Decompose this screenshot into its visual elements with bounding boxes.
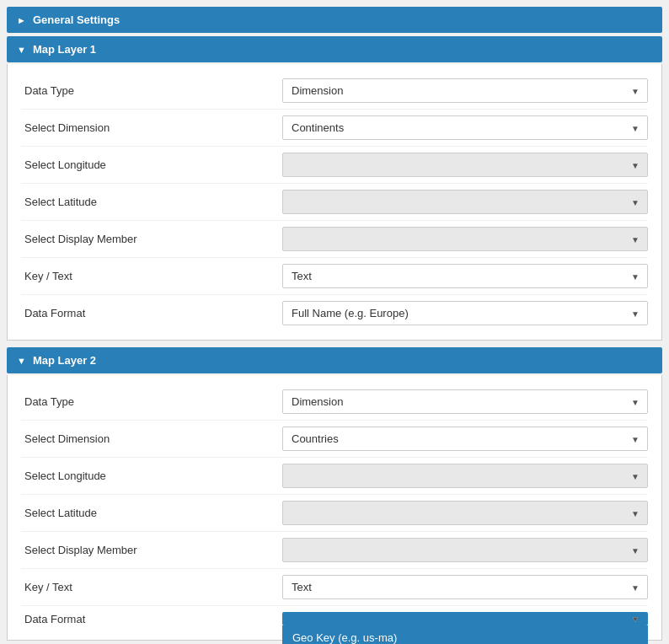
map-layer-1-display-member-wrapper	[282, 227, 648, 251]
map-layer-1-dimension-select[interactable]: Continents	[282, 115, 648, 140]
map-layer-2-latitude-wrapper	[282, 501, 648, 525]
map-layer-2-dimension-select[interactable]: Countries	[282, 427, 648, 451]
map-layer-2-chevron-icon: ▼	[17, 356, 26, 366]
map-layer-1-latitude-label: Select Latitude	[21, 196, 282, 208]
map-layer-2-key-text-wrapper: Text	[282, 575, 648, 599]
map-layer-2-latitude-row: Select Latitude	[21, 495, 648, 532]
dropdown-option-0[interactable]: Geo Key (e.g. us-ma)	[284, 627, 646, 644]
map-layer-1-display-member-control	[282, 227, 648, 251]
map-layer-2-dimension-control: Countries	[282, 427, 648, 451]
map-layer-2-dimension-row: Select Dimension Countries	[21, 421, 648, 458]
map-layer-2-label: Map Layer 2	[33, 354, 96, 367]
map-layer-1-display-member-select[interactable]	[282, 227, 648, 251]
map-layer-1-data-format-select[interactable]: Full Name (e.g. Europe)	[282, 301, 648, 325]
map-layer-1-latitude-row: Select Latitude	[21, 184, 648, 221]
map-layer-2-longitude-label: Select Longitude	[21, 470, 282, 482]
map-layer-2-data-format-dropdown: Geo Key (e.g. us-ma)Postal Code (e.g. MA…	[282, 625, 648, 644]
map-layer-2-key-text-row: Key / Text Text	[21, 569, 648, 606]
map-layer-1-data-format-control: Full Name (e.g. Europe)	[282, 301, 648, 325]
map-layer-2-key-text-control: Text	[282, 575, 648, 599]
map-layer-2-latitude-control	[282, 501, 648, 525]
map-layer-2-dimension-wrapper: Countries	[282, 427, 648, 451]
map-layer-1-display-member-label: Select Display Member	[21, 233, 282, 245]
map-layer-2-data-type-label: Data Type	[21, 395, 282, 408]
map-layer-1-longitude-wrapper	[282, 153, 648, 177]
map-layer-1-data-format-row: Data Format Full Name (e.g. Europe)	[21, 295, 648, 331]
map-layer-1-latitude-select[interactable]	[282, 190, 648, 214]
general-settings-label: General Settings	[33, 13, 120, 26]
map-layer-1-dimension-row: Select Dimension Continents	[21, 110, 648, 147]
map-layer-2-header[interactable]: ▼ Map Layer 2	[7, 347, 662, 373]
map-layer-2-data-type-row: Data Type Dimension	[21, 384, 648, 421]
map-layer-2-display-member-label: Select Display Member	[21, 544, 282, 556]
map-layer-1-dimension-control: Continents	[282, 115, 648, 140]
map-layer-1-key-text-select[interactable]: Text	[282, 264, 648, 288]
map-layer-1-dimension-wrapper: Continents	[282, 115, 648, 140]
map-layer-2-longitude-row: Select Longitude	[21, 458, 648, 495]
map-layer-1-data-type-row: Data Type Dimension	[21, 72, 648, 110]
map-layer-1-longitude-row: Select Longitude	[21, 147, 648, 184]
map-layer-2-key-text-select[interactable]: Text	[282, 575, 648, 599]
map-layer-2-display-member-select[interactable]	[282, 538, 648, 562]
map-layer-1-longitude-label: Select Longitude	[21, 158, 282, 171]
map-layer-1-longitude-select[interactable]	[282, 153, 648, 177]
map-layer-2-data-format-label: Data Format	[21, 613, 282, 625]
map-layer-1-data-type-wrapper: Dimension	[282, 78, 648, 103]
map-layer-1-dimension-label: Select Dimension	[21, 121, 282, 134]
map-layer-1-key-text-label: Key / Text	[21, 270, 282, 282]
map-layer-2-display-member-row: Select Display Member	[21, 532, 648, 569]
map-layer-1-key-text-wrapper: Text	[282, 264, 648, 288]
map-layer-2-data-type-control: Dimension	[282, 389, 648, 414]
map-layer-1-key-text-control: Text	[282, 264, 648, 288]
map-layer-2-display-member-wrapper	[282, 538, 648, 562]
map-layer-2-section: ▼ Map Layer 2 Data Type Dimension Select…	[7, 347, 662, 641]
map-layer-2-latitude-select[interactable]	[282, 501, 648, 525]
map-layer-2-data-format-row: Data Format ▼ Geo Key (e.g. us-ma)Postal…	[21, 606, 648, 631]
map-layer-1-longitude-control	[282, 153, 648, 177]
map-layer-2-data-format-control: ▼ Geo Key (e.g. us-ma)Postal Code (e.g. …	[282, 612, 648, 625]
map-layer-1-content: Data Type Dimension Select Dimension Con…	[7, 64, 662, 341]
map-layer-1-data-type-control: Dimension	[282, 78, 648, 103]
map-layer-1-display-member-row: Select Display Member	[21, 221, 648, 258]
map-layer-1-latitude-control	[282, 190, 648, 214]
map-layer-2-data-format-wrapper: ▼	[282, 612, 648, 625]
map-layer-1-header[interactable]: ▼ Map Layer 1	[7, 36, 662, 62]
map-layer-1-latitude-wrapper	[282, 190, 648, 214]
map-layer-1-section: ▼ Map Layer 1 Data Type Dimension Select…	[7, 36, 662, 341]
map-layer-2-longitude-select[interactable]	[282, 464, 648, 488]
map-layer-2-longitude-wrapper	[282, 464, 648, 488]
map-layer-1-data-format-wrapper: Full Name (e.g. Europe)	[282, 301, 648, 325]
general-settings-header[interactable]: ► General Settings	[7, 7, 662, 33]
map-layer-2-dimension-label: Select Dimension	[21, 432, 282, 445]
map-layer-2-data-type-wrapper: Dimension	[282, 389, 648, 414]
map-layer-2-latitude-label: Select Latitude	[21, 507, 282, 519]
general-settings-chevron-icon: ►	[17, 15, 26, 25]
map-layer-2-display-member-control	[282, 538, 648, 562]
map-layer-1-data-type-select[interactable]: Dimension	[282, 78, 648, 103]
settings-container: ► General Settings ▼ Map Layer 1 Data Ty…	[0, 0, 669, 644]
map-layer-1-data-type-label: Data Type	[21, 84, 282, 97]
map-layer-2-longitude-control	[282, 464, 648, 488]
map-layer-2-data-format-select[interactable]	[282, 612, 648, 625]
map-layer-2-content: Data Type Dimension Select Dimension Cou…	[7, 375, 662, 641]
map-layer-2-key-text-label: Key / Text	[21, 581, 282, 593]
map-layer-1-label: Map Layer 1	[33, 43, 96, 56]
map-layer-2-data-type-select[interactable]: Dimension	[282, 389, 648, 414]
map-layer-1-data-format-label: Data Format	[21, 307, 282, 319]
map-layer-1-chevron-icon: ▼	[17, 45, 26, 55]
map-layer-1-key-text-row: Key / Text Text	[21, 258, 648, 295]
